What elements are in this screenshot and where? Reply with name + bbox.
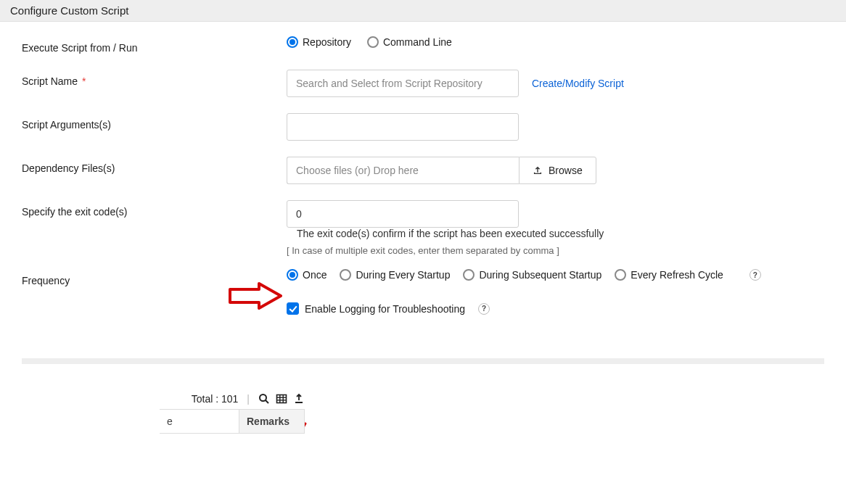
row-dependency-files: Dependency Files(s) Choose files (or) Dr… [22,157,824,184]
enable-logging-checkbox[interactable]: Enable Logging for Troubleshooting [287,302,465,315]
exit-code-side-note: The exit code(s) confirm if the script h… [297,228,604,239]
row-enable-logging: Enable Logging for Troubleshooting ? [22,302,824,315]
logging-help-icon[interactable]: ? [478,303,490,315]
row-execute-from: Execute Script from / Run Repository Com… [22,36,824,54]
radio-once-label: Once [303,269,327,281]
radio-circle-icon [340,269,351,281]
separator: | [247,393,250,405]
panel-title: Configure Custom Script [10,4,128,17]
browse-button[interactable]: Browse [519,157,596,184]
radio-every-startup[interactable]: During Every Startup [340,269,450,281]
column-header-remarks[interactable]: Remarks [239,410,304,433]
radio-command-line-label: Command Line [383,36,452,48]
enable-logging-label: Enable Logging for Troubleshooting [305,303,465,315]
row-frequency: Frequency Once During Every Startup Duri… [22,269,824,286]
radio-circle-icon [463,269,475,281]
svg-line-1 [266,400,268,403]
radio-refresh-cycle-label: Every Refresh Cycle [631,269,723,281]
radio-repository[interactable]: Repository [287,36,351,48]
radio-subsequent-startup-label: During Subsequent Startup [479,269,601,281]
export-icon[interactable] [293,393,305,405]
column-header-e[interactable]: e [160,410,239,433]
table-header-row: e Remarks [160,409,305,434]
dependency-files-dropzone[interactable]: Choose files (or) Drop here [287,157,519,184]
total-label: Total : 101 [192,393,239,405]
radio-refresh-cycle[interactable]: Every Refresh Cycle [615,269,723,281]
exit-code-hint: [ In case of multiple exit codes, enter … [287,245,824,256]
execute-from-radio-group: Repository Command Line [287,36,452,48]
frequency-radio-group: Once During Every Startup During Subsequ… [287,269,761,281]
panel-header: Configure Custom Script [0,0,846,22]
dropzone-text: Choose files (or) Drop here [296,165,419,176]
search-icon[interactable] [258,393,270,405]
radio-dot-icon [287,36,298,48]
section-divider [22,358,824,364]
create-modify-script-link[interactable]: Create/Modify Script [532,78,624,89]
upload-icon [533,165,543,175]
script-args-input[interactable] [287,113,519,141]
label-exit-codes: Specify the exit code(s) [22,200,287,218]
check-icon [287,302,299,315]
browse-label: Browse [549,165,583,176]
table-icon[interactable] [276,393,287,405]
radio-subsequent-startup[interactable]: During Subsequent Startup [463,269,601,281]
required-asterisk: * [82,75,86,87]
label-execute-from: Execute Script from / Run [22,36,287,54]
radio-circle-icon [367,36,379,48]
row-script-name: Script Name * Create/Modify Script [22,70,824,97]
label-dependency-files: Dependency Files(s) [22,157,287,174]
label-frequency: Frequency [22,269,287,286]
label-script-name: Script Name * [22,70,287,87]
row-script-args: Script Arguments(s) [22,113,824,141]
total-line: Total : 101 | [160,393,305,405]
svg-point-0 [260,394,266,401]
radio-command-line[interactable]: Command Line [367,36,452,48]
radio-once[interactable]: Once [287,269,327,281]
svg-rect-2 [277,395,287,403]
frequency-help-icon[interactable]: ? [750,269,761,281]
row-exit-codes: Specify the exit code(s) The exit code(s… [22,200,824,256]
label-blank [22,302,287,308]
script-name-input[interactable] [287,70,519,97]
radio-repository-label: Repository [303,36,351,48]
label-script-args: Script Arguments(s) [22,113,287,131]
radio-every-startup-label: During Every Startup [356,269,450,281]
exit-code-input[interactable] [287,200,519,228]
radio-circle-icon [615,269,626,281]
radio-dot-icon [287,269,298,281]
label-script-name-text: Script Name [22,75,78,87]
